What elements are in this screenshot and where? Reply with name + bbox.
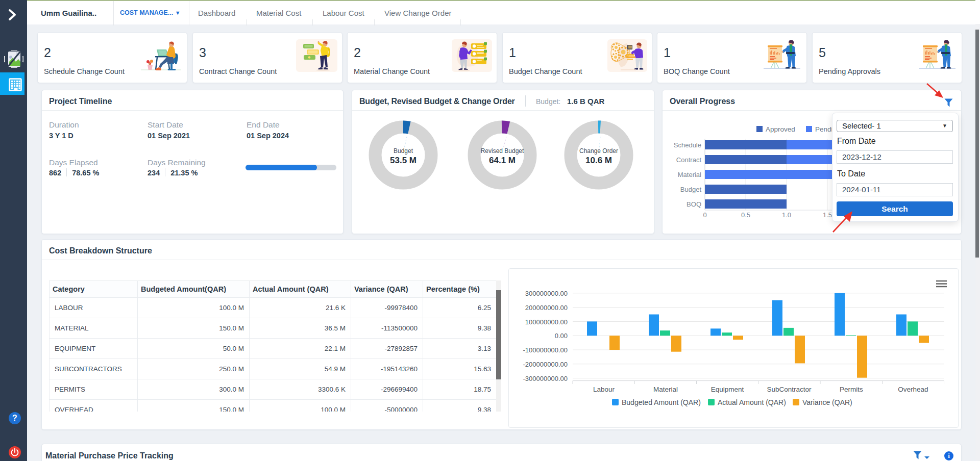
svg-text:Budget: Budget (680, 186, 702, 193)
svg-text:Overhead: Overhead (898, 386, 928, 393)
svg-text:1.0: 1.0 (782, 211, 791, 219)
svg-text:Actual Amount (QAR): Actual Amount (QAR) (718, 398, 786, 406)
svg-text:Schedule: Schedule (674, 141, 701, 149)
svg-text:0.00: 0.00 (555, 332, 568, 340)
svg-text:BOQ: BOQ (687, 200, 701, 208)
svg-text:Budget: Budget (394, 147, 413, 155)
svg-text:Approved: Approved (766, 125, 795, 133)
svg-text:53.5 M: 53.5 M (390, 156, 416, 165)
svg-text:Contract: Contract (676, 156, 702, 164)
svg-text:200000000.00: 200000000.00 (525, 304, 568, 312)
svg-text:Equipment: Equipment (711, 386, 744, 393)
svg-text:-300000000.00: -300000000.00 (523, 375, 568, 382)
svg-text:Material: Material (678, 171, 701, 178)
svg-text:Budgeted Amount (QAR): Budgeted Amount (QAR) (622, 398, 701, 406)
svg-text:Change Order: Change Order (579, 147, 618, 155)
svg-text:0.5: 0.5 (741, 211, 750, 219)
svg-text:64.1 M: 64.1 M (489, 156, 516, 165)
svg-text:Material: Material (653, 386, 678, 393)
svg-text:-100000000.00: -100000000.00 (523, 346, 568, 354)
svg-text:Variance (QAR): Variance (QAR) (802, 398, 852, 406)
svg-text:Revised Budget: Revised Budget (481, 147, 524, 155)
svg-text:Permits: Permits (840, 386, 863, 393)
svg-text:Labour: Labour (593, 386, 615, 393)
svg-text:0: 0 (703, 211, 706, 219)
svg-text:300000000.00: 300000000.00 (525, 290, 568, 297)
svg-text:-200000000.00: -200000000.00 (523, 361, 568, 368)
svg-text:SubContractor: SubContractor (767, 386, 812, 393)
svg-text:10.6 M: 10.6 M (585, 156, 612, 165)
svg-text:100000000.00: 100000000.00 (525, 318, 568, 326)
